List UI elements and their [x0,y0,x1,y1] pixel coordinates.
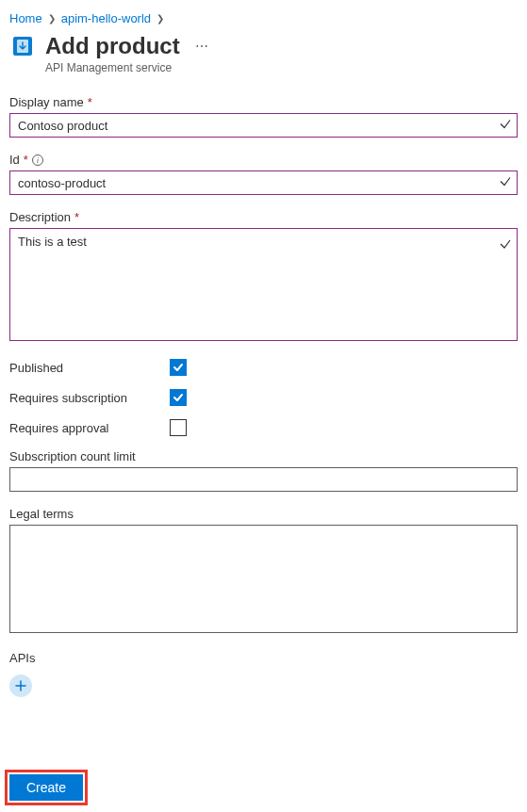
description-input[interactable] [9,228,518,341]
breadcrumb-service[interactable]: apim-hello-world [61,11,151,25]
display-name-input[interactable] [9,113,518,138]
legal-terms-input[interactable] [9,525,518,633]
breadcrumb-home[interactable]: Home [9,11,42,25]
requires-subscription-checkbox[interactable] [170,389,187,406]
requires-approval-label: Requires approval [9,421,170,435]
more-actions-icon[interactable]: ⋯ [195,39,209,54]
legal-terms-label: Legal terms [9,507,518,521]
description-label: Description* [9,210,518,224]
apis-label: APIs [9,651,518,665]
published-checkbox[interactable] [170,359,187,376]
page-subtitle: API Management service [45,61,518,74]
published-label: Published [9,361,170,375]
display-name-label: Display name* [9,95,518,109]
breadcrumb: Home ❯ apim-hello-world ❯ [9,11,518,25]
chevron-right-icon: ❯ [156,13,164,24]
page-title: Add product [45,33,180,59]
info-icon[interactable]: i [32,154,43,166]
plus-icon [15,680,26,691]
requires-approval-checkbox[interactable] [170,419,187,436]
requires-subscription-label: Requires subscription [9,391,170,405]
page-header: Add product ⋯ [9,33,518,59]
add-api-button[interactable] [9,674,32,697]
chevron-right-icon: ❯ [48,13,56,24]
subscription-limit-input[interactable] [9,467,518,492]
subscription-limit-label: Subscription count limit [9,449,518,463]
create-button[interactable]: Create [9,774,83,801]
id-label: Id* i [9,153,518,167]
id-input[interactable] [9,171,518,195]
apim-service-icon [9,33,36,59]
